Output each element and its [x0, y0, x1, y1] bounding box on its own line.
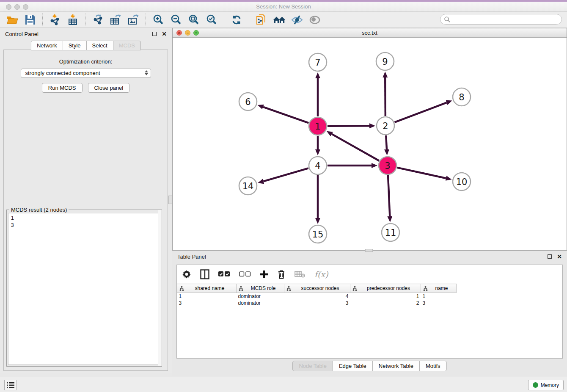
deselect-checkboxes-icon[interactable] [239, 269, 251, 280]
svg-text:4: 4 [315, 161, 320, 171]
graph-node-11[interactable]: 11 [382, 224, 399, 241]
table-panel-tabs: Node Table Edge Table Network Table Moti… [172, 361, 567, 371]
tab-network[interactable]: Network [31, 41, 63, 50]
tab-edge-table[interactable]: Edge Table [333, 361, 372, 371]
svg-text:2: 2 [383, 121, 388, 131]
show-eye-icon[interactable] [308, 14, 321, 26]
graph-node-7[interactable]: 7 [309, 53, 327, 71]
control-panel-header: Control Panel ✕ [0, 28, 172, 40]
export-network-icon[interactable] [91, 14, 104, 26]
tab-select[interactable]: Select [86, 41, 113, 50]
copy-network-icon[interactable] [255, 14, 268, 26]
table-header-row: shared name MCDS role successor nodes pr… [177, 284, 457, 293]
control-panel-tabs: Network Style Select MCDS [0, 41, 172, 50]
graph-node-8[interactable]: 8 [453, 88, 471, 106]
graph-node-3[interactable]: 3 [379, 157, 396, 174]
graph-edge-2-9[interactable] [385, 77, 385, 116]
svg-text:6: 6 [245, 97, 250, 107]
graph-node-15[interactable]: 15 [309, 225, 327, 243]
tab-mcds[interactable]: MCDS [113, 41, 141, 50]
export-image-icon[interactable] [127, 14, 140, 26]
attribute-icon [286, 286, 291, 291]
function-builder-icon[interactable]: f(x) [314, 269, 328, 280]
svg-text:9: 9 [382, 57, 388, 67]
close-table-panel-icon[interactable]: ✕ [557, 254, 562, 259]
zoom-fit-icon[interactable] [187, 14, 200, 26]
search-input[interactable] [451, 15, 561, 24]
graph-edge-3-11[interactable] [388, 175, 390, 216]
graph-edge-1-2[interactable] [328, 126, 369, 126]
graph-node-1[interactable]: 1 [309, 117, 327, 135]
attribute-icon [352, 286, 357, 291]
graph-edge-4-14[interactable] [263, 168, 308, 181]
float-panel-icon[interactable] [152, 32, 157, 36]
zoom-in-icon[interactable] [152, 14, 165, 26]
import-table-icon[interactable] [66, 14, 79, 26]
mcds-tab-content: Optimization criterion: strongly connect… [3, 50, 168, 371]
graph-node-2[interactable]: 2 [377, 117, 394, 135]
graph-edge-3-10[interactable] [397, 168, 446, 178]
zoom-out-icon[interactable] [170, 14, 182, 26]
graph-edge-1-6[interactable] [263, 107, 308, 123]
delete-table-icon[interactable] [295, 269, 306, 280]
tab-network-table[interactable]: Network Table [372, 361, 419, 371]
graph-node-6[interactable]: 6 [239, 93, 257, 110]
graph-edge-2-3[interactable] [386, 135, 387, 149]
graph-edge-3-1[interactable] [332, 134, 379, 161]
graph-node-14[interactable]: 14 [239, 177, 257, 195]
network-view-window: ✕ − + scc.txt 7968124314101511 [172, 28, 567, 251]
table-row[interactable]: 1 dominator 4 1 1 [177, 293, 457, 300]
graph-node-9[interactable]: 9 [376, 52, 394, 70]
mcds-result-group: MCDS result (2 nodes) 1 3 [6, 210, 162, 367]
dropdown-stepper-icon [145, 70, 148, 75]
optimization-criterion-select[interactable]: strongly connected component [21, 69, 151, 78]
delete-icon[interactable] [277, 269, 286, 280]
add-icon[interactable] [260, 269, 268, 280]
toolbar-divider [249, 14, 249, 26]
zoom-selected-icon[interactable] [205, 14, 218, 26]
mcds-result-textarea[interactable]: 1 3 [8, 213, 160, 365]
memory-button[interactable]: Memory [528, 380, 564, 390]
tab-node-table[interactable]: Node Table [292, 361, 333, 371]
network-canvas[interactable]: 7968124314101511 [173, 38, 567, 250]
open-file-icon[interactable] [6, 14, 19, 26]
run-mcds-button[interactable]: Run MCDS [42, 83, 83, 93]
import-network-icon[interactable] [49, 14, 61, 26]
graph-node-10[interactable]: 10 [453, 173, 471, 190]
toolbar-divider [85, 14, 85, 26]
window-titlebar: Session: New Session [0, 0, 567, 12]
select-all-checkboxes-icon[interactable] [218, 269, 230, 280]
column-panel-icon[interactable] [200, 269, 209, 280]
graph-node-4[interactable]: 4 [309, 157, 327, 174]
attribute-icon [239, 286, 243, 291]
hide-eye-icon[interactable] [291, 14, 303, 26]
task-history-button[interactable] [4, 380, 17, 390]
network-window-titlebar: ✕ − + scc.txt [173, 28, 567, 38]
save-session-icon[interactable] [24, 14, 36, 26]
status-bar: Memory [0, 376, 567, 392]
table-row[interactable]: 3 dominator 3 2 3 [177, 300, 457, 306]
column-header-successor-nodes[interactable]: successor nodes [284, 284, 350, 293]
tab-motifs[interactable]: Motifs [419, 361, 447, 371]
column-header-mcds-role[interactable]: MCDS role [237, 284, 284, 293]
result-scrollbar[interactable] [158, 210, 162, 366]
attribute-icon [423, 286, 428, 291]
attribute-icon [179, 286, 184, 291]
column-header-name[interactable]: name [421, 284, 457, 293]
horizontal-splitter-handle[interactable] [365, 249, 373, 252]
svg-text:8: 8 [459, 92, 464, 102]
column-header-shared-name[interactable]: shared name [177, 284, 237, 293]
mcds-result-title: MCDS result (2 nodes) [9, 207, 69, 213]
column-header-predecessor-nodes[interactable]: predecessor nodes [350, 284, 421, 293]
vertical-splitter-handle[interactable] [168, 196, 172, 204]
window-title: Session: New Session [0, 3, 567, 10]
home-icon[interactable] [273, 14, 286, 26]
tab-style[interactable]: Style [63, 41, 86, 50]
float-table-panel-icon[interactable] [548, 254, 552, 259]
export-table-icon[interactable] [109, 14, 122, 26]
graph-edge-2-8[interactable] [395, 102, 447, 122]
gear-icon[interactable] [182, 269, 191, 280]
close-panel-icon[interactable]: ✕ [162, 32, 167, 36]
close-panel-button[interactable]: Close panel [88, 83, 130, 93]
refresh-icon[interactable] [230, 14, 243, 26]
